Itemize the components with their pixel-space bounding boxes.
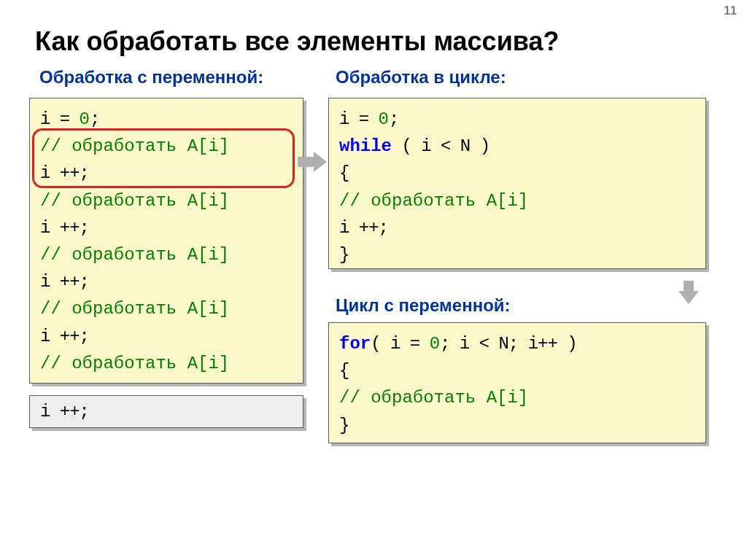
codebox-for: for( i = 0; i < N; i++ ) { // обработать… — [328, 322, 706, 443]
codebox-variable-extra: i ++; — [29, 395, 303, 428]
subhead-loop: Обработка в цикле: — [336, 67, 506, 88]
codebox-variable: i = 0; // обработать A[i] i ++; // обраб… — [29, 98, 303, 384]
subhead-for: Цикл с переменной: — [336, 295, 511, 316]
arrow-down-icon — [678, 281, 699, 304]
page-number: 11 — [724, 4, 737, 18]
slide-title: Как обработать все элементы массива? — [35, 26, 559, 57]
arrow-right-icon — [298, 152, 327, 172]
subhead-variable: Обработка с переменной: — [39, 67, 263, 88]
codebox-while: i = 0; while ( i < N ) { // обработать A… — [328, 98, 706, 269]
